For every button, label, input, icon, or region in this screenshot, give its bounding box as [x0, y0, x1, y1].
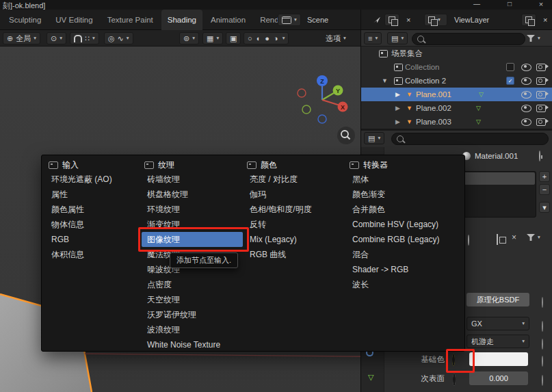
tab-rendering[interactable]: Renderi: [254, 10, 278, 30]
viewport-shading-group[interactable]: ○ ◐ ● ◑ ▾: [244, 32, 289, 44]
menu-item[interactable]: 棋盘格纹理: [142, 187, 243, 202]
collection-checkbox[interactable]: [506, 63, 514, 71]
menu-item[interactable]: 颜色渐变: [347, 187, 462, 202]
disable-render-camera-icon[interactable]: [536, 64, 546, 71]
add-slot-button[interactable]: +: [539, 171, 550, 182]
disable-render-camera-icon[interactable]: [536, 77, 546, 85]
zoom-tool-icon[interactable]: [337, 127, 355, 144]
tab-texture-paint[interactable]: Texture Paint: [101, 10, 159, 30]
collection-checkbox[interactable]: ✓: [506, 77, 514, 85]
decorator-dot[interactable]: [542, 322, 543, 331]
remove-slot-button[interactable]: −: [539, 184, 550, 195]
snap-group[interactable]: ∷ ▾: [70, 32, 99, 44]
expander-closed-icon[interactable]: ▶: [395, 115, 400, 129]
menu-item[interactable]: 混合: [347, 247, 462, 262]
menu-item[interactable]: Mix (Legacy): [244, 232, 345, 247]
hide-viewport-eye-icon[interactable]: [521, 118, 531, 126]
menu-item[interactable]: White Noise Texture: [142, 337, 243, 352]
maximize-button[interactable]: □: [499, 0, 520, 9]
menu-item[interactable]: 沃罗诺伊纹理: [142, 307, 243, 322]
decorator-dot[interactable]: [542, 376, 543, 385]
scene-browse-button[interactable]: ▾: [278, 14, 301, 26]
shading-rendered-icon[interactable]: ◑: [274, 35, 278, 42]
hide-viewport-eye-icon[interactable]: [521, 105, 531, 112]
minimize-button[interactable]: —: [466, 0, 487, 9]
outliner-search-input[interactable]: [428, 35, 520, 43]
outliner-row-plane-003[interactable]: ▶ ▼ Plane.003 ▽: [361, 115, 552, 129]
hide-viewport-eye-icon[interactable]: [521, 91, 531, 99]
disable-render-camera-icon[interactable]: [536, 105, 546, 112]
base-color-swatch[interactable]: [469, 352, 528, 366]
tab-animation[interactable]: Animation: [205, 10, 252, 30]
shading-wireframe-icon[interactable]: ○: [248, 35, 252, 42]
outliner-row-collection2[interactable]: ▼ Collection 2 ✓: [361, 74, 552, 88]
menu-item[interactable]: RGB: [46, 232, 140, 247]
slot-specials-button[interactable]: ▾: [539, 202, 550, 213]
decorator-dot[interactable]: [542, 356, 543, 366]
menu-item[interactable]: Combine HSV (Legacy): [347, 217, 462, 232]
axis-z-negative[interactable]: [318, 115, 326, 123]
proportional-edit-group[interactable]: ◎ ∿ ▾: [104, 32, 133, 44]
menu-item[interactable]: Shader -> RGB: [347, 262, 462, 277]
scene-new-button[interactable]: [369, 14, 384, 26]
material-filter-button[interactable]: ▾: [527, 234, 540, 241]
properties-search-input[interactable]: [407, 135, 543, 143]
tab-sculpting[interactable]: Sculpting: [3, 10, 47, 30]
expander-closed-icon[interactable]: ▶: [395, 88, 400, 101]
viewlayer-name[interactable]: ViewLayer: [450, 14, 493, 26]
properties-editor-type-button[interactable]: ▤ ▾: [364, 132, 384, 144]
hide-viewport-eye-icon[interactable]: [521, 64, 531, 71]
expander-open-icon[interactable]: ▼: [382, 74, 388, 88]
pivot-point-dropdown[interactable]: ⊙ ▾: [47, 32, 66, 44]
tab-shading[interactable]: Shading: [161, 10, 202, 30]
scene-name[interactable]: Scene: [303, 14, 332, 26]
scene-unlink-button[interactable]: ×: [402, 14, 415, 26]
menu-item[interactable]: 色相/饱和度/明度: [244, 202, 345, 217]
menu-item[interactable]: 合并颜色: [347, 202, 462, 217]
outliner-row-collection[interactable]: Collection: [361, 60, 552, 74]
menu-item[interactable]: 黑体: [347, 172, 462, 187]
menu-item[interactable]: 伽玛: [244, 187, 345, 202]
menu-item[interactable]: RGB 曲线: [244, 247, 345, 262]
object-data-tab-icon[interactable]: ▽: [368, 374, 373, 381]
axis-x-negative[interactable]: [298, 89, 306, 97]
close-button[interactable]: ×: [532, 0, 550, 9]
hide-viewport-eye-icon[interactable]: [521, 77, 531, 85]
menu-item[interactable]: 天空纹理: [142, 292, 243, 307]
gizmos-dropdown[interactable]: ⊚ ▾: [179, 32, 199, 44]
subsurface-method-dropdown[interactable]: 机游走 ▾: [466, 335, 529, 348]
options-dropdown[interactable]: 选项 ▾: [321, 32, 350, 44]
pin-icon[interactable]: [539, 151, 540, 161]
surface-shader-button[interactable]: 原理化BSDF: [466, 293, 529, 306]
xray-toggle[interactable]: ▣: [226, 32, 241, 44]
outliner-display-mode-button[interactable]: ▤ ▾: [387, 32, 408, 44]
menu-item[interactable]: 点密度: [142, 277, 243, 292]
viewlayer-copy-button[interactable]: [521, 14, 536, 26]
menu-item[interactable]: 反转: [244, 217, 345, 232]
menu-item[interactable]: 波长: [347, 277, 462, 292]
distribution-dropdown[interactable]: GX ▾: [466, 317, 529, 330]
shading-material-icon[interactable]: ●: [265, 35, 270, 42]
viewlayer-browse-button[interactable]: ▾: [424, 14, 447, 26]
overlays-dropdown[interactable]: ▦ ▾: [202, 32, 223, 44]
axis-y-negative[interactable]: [302, 105, 311, 114]
unlink-material-icon[interactable]: ×: [512, 233, 516, 241]
outliner-search[interactable]: [412, 33, 525, 45]
decorator-dot[interactable]: [542, 298, 543, 307]
viewlayer-unlink-button[interactable]: ×: [539, 14, 551, 26]
scene-copy-button[interactable]: [384, 14, 399, 26]
outliner-row-scene-collection[interactable]: 场景集合: [361, 47, 552, 60]
menu-item[interactable]: 物体信息: [46, 217, 140, 232]
transform-orientation-dropdown[interactable]: ⊕ 全局 ▾: [3, 32, 40, 44]
subsurface-value-field[interactable]: 0.000: [469, 371, 528, 385]
copy-material-icon[interactable]: [497, 235, 498, 244]
menu-item[interactable]: 环境纹理: [142, 202, 243, 217]
subsurface-socket-dot[interactable]: [453, 375, 456, 384]
shading-solid-icon[interactable]: ◐: [257, 35, 261, 42]
menu-item[interactable]: 颜色属性: [46, 202, 140, 217]
disable-render-camera-icon[interactable]: [536, 91, 546, 99]
menu-item[interactable]: 属性: [46, 187, 140, 202]
tab-uv-editing[interactable]: UV Editing: [49, 10, 98, 30]
browse-material-icon[interactable]: [468, 235, 469, 245]
menu-item[interactable]: 亮度 / 对比度: [244, 172, 345, 187]
